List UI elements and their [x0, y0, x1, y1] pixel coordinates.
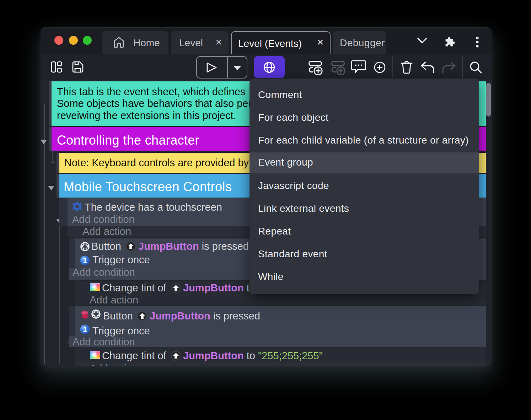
- svg-text:1: 1: [83, 257, 87, 264]
- svg-text:1: 1: [83, 325, 87, 333]
